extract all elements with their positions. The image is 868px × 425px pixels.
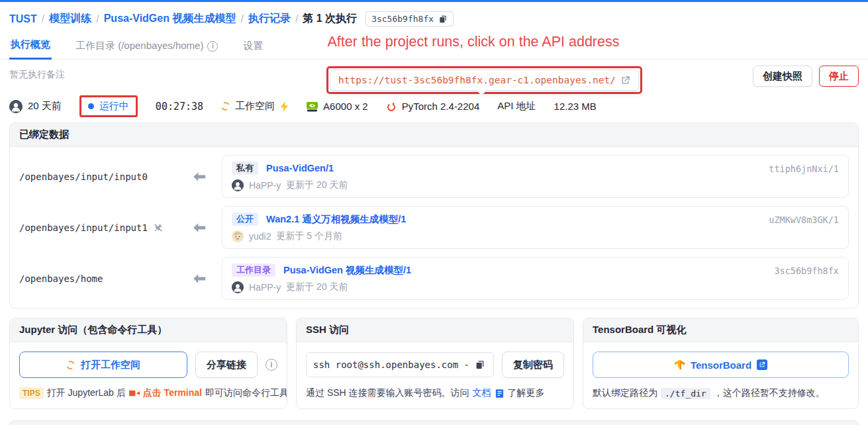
binding-card: 工作目录 Pusa-VidGen 视频生成模型/1 HaPP-y 更新于 20 …	[222, 257, 849, 300]
copy-icon[interactable]	[475, 359, 485, 370]
bound-data-title: 已绑定数据	[10, 123, 858, 147]
elapsed-time: 00:27:38	[156, 101, 203, 113]
dataset-id: uZMKwV8m3GK/1	[769, 214, 839, 225]
status-size: 12.23 MB	[554, 101, 597, 112]
tab-settings[interactable]: 设置	[242, 34, 264, 59]
docs-link[interactable]: 文档	[473, 387, 491, 399]
tb-footer-post: ，这个路径暂不支持修改。	[714, 387, 825, 399]
tab-working-dir[interactable]: 工作目录 (/openbayes/home)	[74, 34, 219, 59]
jupyter-card: Jupyter 访问（包含命令行工具） 打开工作空间 分享链接 TIPS 打开 …	[9, 318, 287, 409]
framework-label: PyTorch 2.4-2204	[402, 101, 480, 112]
tips-badge: TIPS	[19, 387, 44, 399]
updated-label: 更新于 20 天前	[286, 281, 348, 293]
arrow-left-icon	[193, 273, 206, 285]
bound-data-panel: 已绑定数据 /openbayes/input/input0 私有 Pusa-Vi…	[9, 122, 859, 308]
ssh-command-field[interactable]: ssh root@ssh.openbayes.com -	[306, 352, 494, 377]
owner-name: yudi2	[249, 231, 271, 242]
tb-path-chip: ./tf_dir	[661, 388, 710, 399]
info-icon[interactable]	[207, 41, 218, 52]
breadcrumb-model-training[interactable]: 模型训练	[49, 12, 91, 26]
create-snapshot-button[interactable]: 创建快照	[753, 66, 812, 87]
owner-name: HaPP-y	[249, 180, 281, 191]
open-workspace-label: 打开工作空间	[81, 359, 140, 371]
breadcrumb-project[interactable]: Pusa-VidGen 视频生成模型	[104, 12, 236, 26]
visibility-badge: 工作目录	[232, 263, 275, 277]
jupyter-card-title: Jupyter 访问（包含命令行工具）	[10, 318, 287, 342]
external-link-icon[interactable]	[620, 75, 630, 85]
arrow-left-icon	[193, 171, 206, 183]
binding-arrow	[193, 222, 222, 234]
dataset-link[interactable]: Pusa-VidGen 视频生成模型/1	[283, 264, 411, 277]
bound-data-body: /openbayes/input/input0 私有 Pusa-VidGen/1	[10, 147, 858, 308]
ssh-card-title: SSH 访问	[297, 318, 573, 342]
api-address-trigger[interactable]: API 地址	[497, 100, 536, 113]
ssh-footer: 通过 SSH 连接需要输入账号密码。访问 文档 了解更多	[306, 387, 564, 399]
lightning-icon	[280, 101, 289, 112]
binding-row: /openbayes/input/input1 公开 Wan2.1 通义万相视频…	[19, 206, 849, 249]
open-workspace-button[interactable]: 打开工作空间	[19, 352, 187, 378]
updated-label: 更新于 5 个月前	[276, 230, 342, 242]
status-framework: PyTorch 2.4-2204	[386, 101, 480, 112]
share-link-button[interactable]: 分享链接	[195, 352, 258, 378]
document-icon	[495, 389, 505, 399]
tensorboard-card-title: TensorBoard 可视化	[583, 318, 858, 342]
main-content: 暂无执行备注 20 天前 运行中 00:27:38 工作空间	[0, 69, 868, 425]
tensorboard-button[interactable]: TensorBoard	[593, 352, 849, 378]
copy-password-button[interactable]: 复制密码	[502, 352, 564, 378]
info-icon[interactable]	[265, 359, 277, 371]
tips-highlight: 点击 Terminal	[143, 387, 202, 399]
api-url-annotation-box: https://tust-3sc56b9fh8fx.gear-c1.openba…	[326, 66, 642, 94]
run-id-badge: 3sc56b9fh8fx	[365, 11, 454, 26]
owner-avatar-icon	[232, 230, 244, 242]
gpu-label: A6000 x 2	[323, 101, 368, 112]
tensorboard-footer: 默认绑定路径为 ./tf_dir ，这个路径暂不支持修改。	[593, 387, 849, 399]
pytorch-icon	[386, 101, 397, 112]
breadcrumb-current-run: 第 1 次执行	[303, 12, 357, 26]
run-id-text: 3sc56b9fh8fx	[371, 14, 434, 24]
dataset-id: ttiph6jnNxi/1	[769, 164, 839, 174]
status-gpu: A6000 x 2	[307, 101, 368, 112]
breadcrumb-exec-records[interactable]: 执行记录	[248, 12, 291, 26]
binding-path: /openbayes/input/input0	[19, 171, 193, 182]
breadcrumb: TUST / 模型训练 / Pusa-VidGen 视频生成模型 / 执行记录 …	[0, 2, 868, 26]
unpin-icon[interactable]	[153, 222, 164, 233]
dataset-link[interactable]: Pusa-VidGen/1	[266, 163, 334, 173]
workspace-spinner-icon	[220, 101, 230, 111]
status-workspace: 工作空间	[221, 100, 289, 113]
api-url-link[interactable]: https://tust-3sc56b9fh8fx.gear-c1.openba…	[338, 75, 616, 85]
binding-arrow	[193, 171, 222, 183]
execution-detail-page: TUST / 模型训练 / Pusa-VidGen 视频生成模型 / 执行记录 …	[0, 0, 868, 425]
binding-row: /openbayes/input/input0 私有 Pusa-VidGen/1	[19, 155, 849, 198]
owner-avatar-icon	[232, 179, 244, 191]
tab-settings-label: 设置	[243, 40, 263, 52]
workspace-spinner-icon	[65, 359, 75, 370]
owner-avatar-icon	[232, 281, 244, 293]
visibility-badge: 公开	[232, 212, 258, 226]
popup-caret	[477, 85, 487, 96]
dataset-link[interactable]: Wan2.1 通义万相视频生成模型/1	[266, 213, 406, 226]
tensorboard-label: TensorBoard	[691, 359, 751, 371]
running-status-label: 运行中	[99, 100, 129, 113]
breadcrumb-workspace[interactable]: TUST	[9, 13, 37, 25]
next-section-partial	[9, 420, 859, 425]
running-status-annotation-box: 运行中	[79, 95, 138, 117]
breadcrumb-separator: /	[96, 13, 99, 25]
binding-path-text: /openbayes/input/input0	[19, 171, 148, 182]
api-url-popup: https://tust-3sc56b9fh8fx.gear-c1.openba…	[330, 70, 639, 91]
ssh-footer-post: 了解更多	[508, 387, 545, 399]
access-cards: Jupyter 访问（包含命令行工具） 打开工作空间 分享链接 TIPS 打开 …	[9, 318, 859, 409]
tab-overview[interactable]: 执行概览	[9, 33, 52, 60]
stop-button[interactable]: 停止	[819, 66, 859, 87]
binding-path: /openbayes/input/input1	[19, 222, 193, 233]
breadcrumb-separator: /	[295, 13, 298, 25]
ssh-card: SSH 访问 ssh root@ssh.openbayes.com - 复制密码…	[296, 318, 574, 409]
copy-icon[interactable]	[438, 15, 448, 24]
updated-label: 更新于 20 天前	[286, 179, 348, 191]
tab-overview-label: 执行概览	[11, 38, 50, 51]
tutorial-annotation-text: After the project runs, click on the API…	[286, 34, 661, 50]
binding-path-text: /openbayes/input/input1	[19, 222, 148, 233]
owner-name: HaPP-y	[249, 282, 281, 293]
tab-working-dir-label: 工作目录 (/openbayes/home)	[75, 40, 203, 52]
user-avatar-icon	[9, 100, 23, 113]
running-dot-icon	[88, 103, 94, 109]
